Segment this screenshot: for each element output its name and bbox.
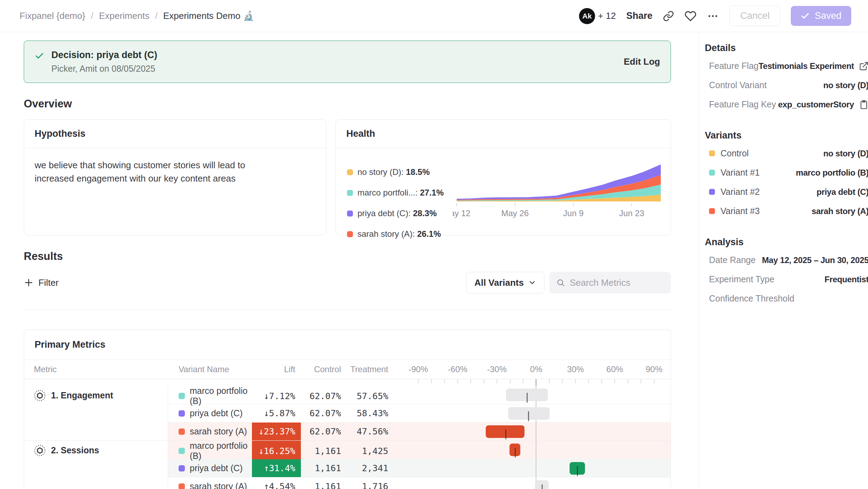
search-icon [556,278,565,288]
zero-line [536,423,536,440]
minor-tick [641,379,641,383]
minor-tick [614,379,615,383]
axis-label: -60% [448,364,468,374]
variant-swatch [709,208,715,214]
lift-cell: ↓16.25% [252,441,301,461]
variant-name: sarah story (A) [190,426,247,437]
confidence-interval-bar[interactable] [535,480,549,489]
zero-line [536,441,536,461]
decision-subtitle: Picker, Amit on 08/05/2025 [51,64,157,74]
control-value: 62.07% [301,423,348,440]
legend-label: marco portfoli...: 27.1% [357,188,444,198]
table-row[interactable]: marco portfolio (B)↓16.25%1,1611,425 [168,441,671,459]
variant-swatch [709,150,715,156]
metrics-table-body: 1. Engagementmarco portfolio (B)↓7.12%62… [24,386,671,489]
chevron-down-icon [528,278,536,287]
metric-cell[interactable]: 2. Sessions [24,441,168,489]
x-axis-label: Jun 9 [563,208,584,218]
lift-point-tick [515,448,516,458]
copy-link-icon[interactable] [663,10,674,22]
lift-value: ↓16.25% [252,441,301,461]
axis-label: 0% [530,364,542,374]
metric-cell[interactable]: 1. Engagement [24,386,168,440]
confidence-interval-cell [395,477,671,489]
breadcrumb-experiments[interactable]: Experiments [99,10,150,21]
search-metrics-box[interactable] [549,272,671,293]
legend-item[interactable]: sarah story (A): 26.1% [347,229,453,239]
cancel-button[interactable]: Cancel [729,6,780,26]
main-content: Decision: priya debt (C) Picker, Amit on… [0,32,699,489]
minor-tick [628,379,628,383]
minor-tick [510,379,511,383]
legend-item[interactable]: priya debt (C): 28.3% [347,208,453,218]
collaborators[interactable]: Ak + 12 [579,8,616,24]
treatment-value: 57.65% [348,386,395,406]
lift-cell: ↓7.12% [252,386,301,406]
legend-item[interactable]: no story (D): 18.5% [347,167,453,177]
control-variant-row: Control Variant no story (D) [705,76,868,95]
lift-point-tick [528,411,529,421]
confidence-interval-cell [395,386,671,406]
legend-item[interactable]: marco portfoli...: 27.1% [347,188,453,198]
table-row[interactable]: priya debt (C)↓5.87%62.07%58.43% [168,404,671,422]
variant-name: marco portfolio (B) [190,386,252,406]
health-legend: no story (D): 18.5%marco portfoli...: 27… [347,160,453,239]
col-control: Control [301,364,348,374]
control-value: 1,161 [301,477,348,489]
variant-name: priya debt (C) [190,408,243,418]
add-filter-button[interactable]: Filter [24,277,59,288]
confidence-interval-bar[interactable] [508,407,550,420]
health-area-chart: May 12May 26Jun 9Jun 23 [453,160,666,219]
details-sidebar: Details Feature Flag Testimonials Experi… [699,32,868,489]
external-link-icon[interactable] [859,61,868,71]
table-row[interactable]: sarah story (A)↓23.37%62.07%47.56% [168,422,671,440]
lift-axis-ruler [24,379,671,386]
table-row[interactable]: sarah story (A)↑4.54%1,1611,716 [168,477,671,489]
primary-metrics-title: Primary Metrics [24,330,671,360]
minor-tick [523,379,523,383]
table-header: Metric Variant Name Lift Control Treatme… [24,360,671,379]
favorite-heart-icon[interactable] [685,10,696,22]
top-bar: Fixpanel {demo} / Experiments / Experime… [0,0,868,32]
feature-flag-row: Feature Flag Testimonials Experiment [705,56,868,76]
axis-label: -30% [487,364,507,374]
overview-heading: Overview [24,98,671,110]
minor-tick [588,379,589,383]
confidence-interval-bar[interactable] [509,444,520,456]
breadcrumb-current-page: Experiments Demo 🔬 [163,10,254,21]
share-button[interactable]: Share [626,10,652,21]
table-row[interactable]: priya debt (C)↑31.4%1,1612,341 [168,459,671,477]
lift-value: ↑31.4% [252,459,301,477]
confidence-interval-bar[interactable] [486,425,525,438]
clipboard-copy-icon[interactable] [859,100,868,109]
axis-label: 60% [606,364,623,374]
zero-line [536,459,536,477]
avatar[interactable]: Ak [579,8,595,24]
variants-dropdown[interactable]: All Variants [466,272,544,293]
breadcrumb-project[interactable]: Fixpanel {demo} [20,10,85,21]
more-options-icon[interactable] [707,10,719,22]
variant-label: Variant #2 [721,187,760,197]
search-metrics-input[interactable] [570,277,664,288]
variant-value: priya debt (C) [817,187,868,197]
edit-log-button[interactable]: Edit Log [624,56,660,67]
results-heading: Results [24,250,671,263]
x-axis-label: Jun 23 [619,208,644,218]
confidence-interval-bar[interactable] [506,389,548,401]
analysis-section: Analysis Date Range May 12, 2025 – Jun 3… [705,237,868,308]
feature-flag-key-row: Feature Flag Key exp_customerStory [705,95,868,114]
axis-label: 30% [567,364,584,374]
lift-cell: ↓23.37% [252,423,301,440]
table-row[interactable]: marco portfolio (B)↓7.12%62.07%57.65% [168,386,671,404]
col-lift: Lift [252,364,301,374]
legend-swatch [347,231,353,237]
variant-cell: priya debt (C) [168,459,252,477]
variant-row: Variant #2priya debt (C) [705,182,868,201]
lift-value: ↓7.12% [252,386,301,406]
lift-point-tick [542,484,543,489]
confidence-interval-bar[interactable] [570,462,585,475]
minor-tick [470,379,471,383]
saved-button[interactable]: Saved [791,6,851,26]
lift-axis-labels: -90%-60%-30%0%30%60%90% [395,360,671,379]
primary-metrics-card: Primary Metrics Metric Variant Name Lift… [24,329,671,489]
